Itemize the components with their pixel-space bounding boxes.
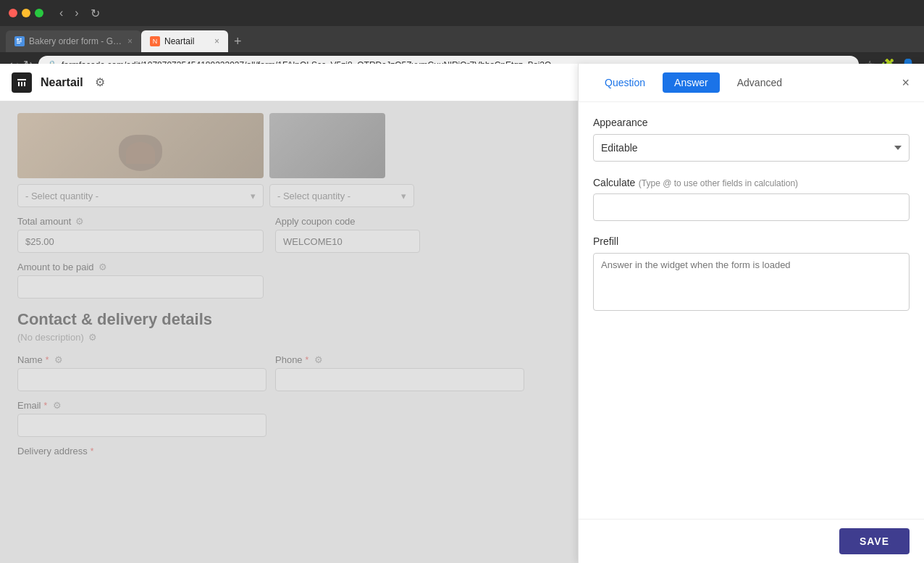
appearance-section: Appearance Editable Read-only Hidden bbox=[593, 117, 910, 162]
right-panel: Question Answer Advanced × Appearance Ed… bbox=[578, 64, 924, 563]
traffic-lights[interactable] bbox=[9, 9, 43, 17]
tab2-close[interactable]: × bbox=[214, 36, 219, 46]
app-title: Neartail bbox=[41, 76, 83, 89]
tab-question-button[interactable]: Question bbox=[593, 72, 657, 93]
tab-answer-button[interactable]: Answer bbox=[663, 72, 720, 93]
app-logo bbox=[12, 72, 32, 93]
calculate-input[interactable] bbox=[593, 193, 910, 221]
appearance-label: Appearance bbox=[593, 117, 910, 128]
panel-header: Question Answer Advanced × bbox=[579, 64, 924, 102]
forward-button[interactable]: › bbox=[70, 5, 83, 22]
prefill-label: Prefill bbox=[593, 235, 910, 247]
tab2-label: Neartail bbox=[164, 36, 194, 46]
svg-rect-3 bbox=[20, 40, 22, 41]
back-button[interactable]: ‹ bbox=[55, 5, 67, 22]
appearance-select[interactable]: Editable Read-only Hidden bbox=[593, 134, 910, 162]
page-overlay bbox=[0, 64, 578, 563]
tab2-favicon: N bbox=[150, 36, 160, 46]
prefill-textarea[interactable] bbox=[593, 253, 910, 311]
calculate-section: Calculate (Type @ to use other fields in… bbox=[593, 176, 910, 221]
svg-rect-5 bbox=[17, 43, 20, 43]
tab1-close[interactable]: × bbox=[127, 36, 133, 46]
refresh-button[interactable]: ↻ bbox=[86, 5, 104, 22]
svg-rect-4 bbox=[17, 41, 22, 42]
settings-icon[interactable]: ⚙ bbox=[95, 75, 105, 89]
calculate-sublabel: (Type @ to use other fields in calculati… bbox=[639, 178, 798, 188]
tab1-label: Bakery order form - Google Fo... bbox=[29, 36, 123, 46]
new-tab-button[interactable]: + bbox=[228, 34, 248, 49]
panel-close-button[interactable]: × bbox=[902, 75, 910, 91]
panel-body: Appearance Editable Read-only Hidden Cal… bbox=[579, 102, 924, 519]
prefill-section: Prefill bbox=[593, 235, 910, 314]
panel-footer: SAVE bbox=[579, 519, 924, 563]
svg-rect-2 bbox=[20, 38, 22, 39]
tab-advanced-button[interactable]: Advanced bbox=[726, 72, 794, 93]
calculate-label: Calculate bbox=[593, 177, 635, 188]
maximize-window-button[interactable] bbox=[35, 9, 43, 17]
tab1-favicon bbox=[14, 36, 25, 46]
minimize-window-button[interactable] bbox=[22, 9, 30, 17]
browser-tab-1[interactable]: Bakery order form - Google Fo... × bbox=[6, 30, 141, 52]
close-window-button[interactable] bbox=[9, 9, 17, 17]
browser-tab-2[interactable]: N Neartail × bbox=[141, 30, 228, 52]
save-button[interactable]: SAVE bbox=[839, 528, 910, 554]
svg-rect-1 bbox=[17, 38, 19, 41]
